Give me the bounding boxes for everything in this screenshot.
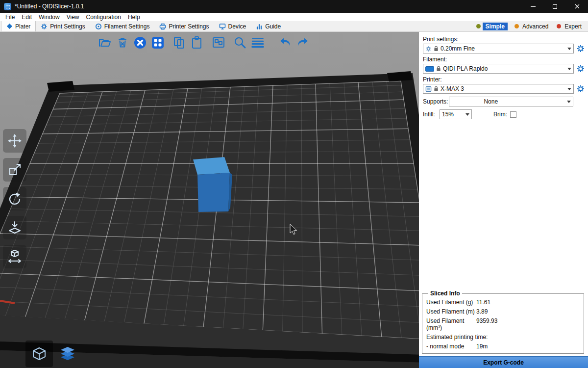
- delete-button[interactable]: [114, 34, 131, 52]
- menu-configuration[interactable]: Configuration: [83, 14, 124, 21]
- filament-combo[interactable]: QIDI PLA Rapido: [423, 64, 574, 74]
- tab-plater[interactable]: Plater: [1, 21, 36, 31]
- maximize-icon: [553, 4, 557, 9]
- lock-icon: [434, 86, 439, 92]
- tab-device[interactable]: Device: [214, 21, 251, 31]
- move-tool-button[interactable]: [3, 129, 26, 153]
- supports-combo[interactable]: None: [449, 97, 573, 106]
- sidebar: Print settings: 0.20mm Fine: [419, 32, 588, 368]
- supports-label: Supports:: [423, 98, 446, 105]
- preview-view-button[interactable]: [54, 341, 81, 367]
- rotate-tool-button[interactable]: [3, 187, 26, 210]
- brim-checkbox[interactable]: [510, 111, 516, 118]
- infill-value: 15%: [442, 111, 454, 118]
- menu-edit[interactable]: Edit: [18, 14, 35, 21]
- copy-icon: [172, 36, 186, 50]
- sliced-info-row: Used Filament (mm³) 9359.93: [426, 316, 580, 332]
- minimize-button[interactable]: [522, 0, 544, 13]
- print-settings-label: Print settings:: [423, 36, 585, 43]
- tab-label: Device: [228, 23, 246, 30]
- folder-open-icon: [98, 36, 112, 50]
- undo-icon: [278, 36, 292, 50]
- model-cube[interactable]: [193, 157, 232, 212]
- print-settings-value: 0.20mm Fine: [441, 45, 475, 52]
- close-button[interactable]: [566, 0, 588, 13]
- delete-all-button[interactable]: [131, 34, 149, 52]
- mode-simple[interactable]: Simple: [476, 23, 508, 30]
- sliced-info-label: Used Filament (mm³): [426, 317, 476, 331]
- search-button[interactable]: [231, 34, 249, 52]
- infill-combo[interactable]: 15%: [440, 109, 472, 119]
- undo-button[interactable]: [276, 34, 294, 52]
- arrange-icon: [151, 36, 165, 50]
- sliced-info-label: - normal mode: [426, 343, 476, 350]
- tab-print-settings[interactable]: Print Settings: [36, 21, 90, 31]
- dropdown-arrow-icon: [565, 84, 573, 93]
- sliced-info-value: 9359.93: [476, 317, 580, 331]
- measure-tool-button[interactable]: [3, 245, 26, 268]
- plater-icon: [6, 23, 13, 29]
- left-toolbar: [3, 129, 26, 268]
- menu-help[interactable]: Help: [124, 14, 144, 21]
- bed-corner-clip: [387, 71, 413, 81]
- editor-view-button[interactable]: [25, 341, 53, 367]
- export-gcode-button[interactable]: Export G-code: [419, 356, 588, 368]
- mode-label: Simple: [483, 23, 508, 30]
- mode-advanced[interactable]: Advanced: [514, 23, 550, 30]
- lock-icon: [434, 46, 439, 52]
- menu-file[interactable]: File: [2, 14, 18, 21]
- titlebar: *Untitled - QIDISlicer-1.0.1: [0, 0, 588, 13]
- sliced-info-row: Used Filament (g) 11.61: [426, 297, 580, 307]
- viewport-toolbar: [96, 34, 312, 52]
- scale-tool-button[interactable]: [3, 158, 26, 182]
- gear-icon: [577, 65, 585, 73]
- print-settings-combo[interactable]: 0.20mm Fine: [423, 44, 574, 53]
- copy-button[interactable]: [171, 34, 188, 52]
- paste-button[interactable]: [188, 34, 206, 52]
- open-file-button[interactable]: [96, 34, 114, 52]
- filament-value: QIDI PLA Rapido: [443, 65, 488, 72]
- filament-label: Filament:: [423, 56, 585, 63]
- menu-view[interactable]: View: [63, 14, 83, 21]
- qidislicer-window: *Untitled - QIDISlicer-1.0.1 File Edit W…: [0, 0, 588, 368]
- dropdown-arrow-icon: [565, 97, 573, 106]
- printer-combo[interactable]: X-MAX 3: [423, 84, 574, 94]
- variable-layer-height-icon: [251, 36, 265, 50]
- 3d-viewport[interactable]: [0, 32, 419, 368]
- close-icon: [575, 4, 580, 9]
- scene-canvas: [0, 32, 419, 368]
- rotate-icon: [7, 191, 22, 206]
- mode-expert[interactable]: Expert: [557, 23, 583, 30]
- arrange-button[interactable]: [149, 34, 167, 52]
- lock-icon: [436, 66, 441, 72]
- redo-button[interactable]: [294, 34, 312, 52]
- trash-icon: [116, 36, 129, 50]
- sliced-info-value: 11.61: [476, 299, 580, 306]
- window-controls: [522, 0, 588, 13]
- expert-dot-icon: [557, 24, 561, 28]
- sliced-info-value: 3.89: [476, 308, 580, 315]
- tab-printer-settings[interactable]: Printer Settings: [154, 21, 214, 31]
- search-icon: [233, 36, 247, 50]
- print-settings-edit-button[interactable]: [576, 44, 585, 53]
- tab-guide[interactable]: Guide: [251, 21, 286, 31]
- tab-filament-settings[interactable]: Filament Settings: [90, 21, 155, 31]
- split-objects-button[interactable]: [210, 34, 227, 52]
- move-icon: [7, 133, 22, 148]
- delete-all-icon: [133, 36, 147, 50]
- split-objects-icon: [212, 36, 225, 50]
- menu-window[interactable]: Window: [35, 14, 63, 21]
- tab-label: Filament Settings: [104, 23, 150, 30]
- dropdown-arrow-icon: [565, 64, 573, 73]
- place-on-face-tool-button[interactable]: [3, 216, 26, 239]
- variable-layer-height-button[interactable]: [249, 34, 267, 52]
- maximize-button[interactable]: [544, 0, 566, 13]
- filament-edit-button[interactable]: [576, 64, 585, 73]
- tab-label: Print Settings: [50, 23, 85, 30]
- measure-icon: [7, 249, 22, 264]
- filament-color-swatch: [425, 66, 434, 72]
- minimize-icon: [531, 6, 536, 7]
- place-on-face-icon: [7, 220, 22, 235]
- printer-edit-button[interactable]: [576, 84, 585, 93]
- tab-label: Guide: [265, 23, 281, 30]
